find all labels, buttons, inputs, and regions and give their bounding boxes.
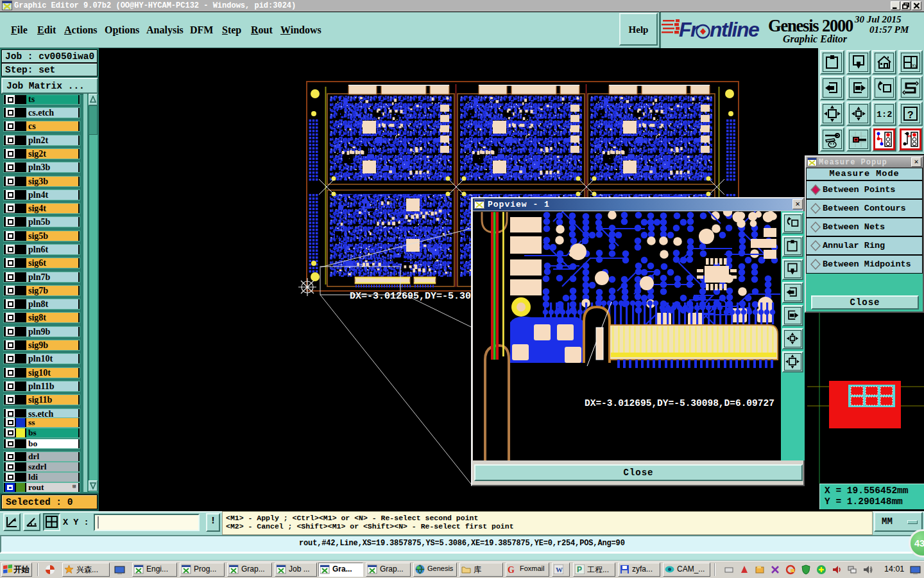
svg-text:xy: xy	[912, 63, 917, 68]
svg-text:1:2: 1:2	[877, 110, 892, 119]
svg-text:?: ?	[907, 110, 914, 121]
svg-text:P: P	[577, 565, 582, 574]
svg-text:ntline: ntline	[710, 18, 759, 41]
svg-text:W: W	[556, 566, 563, 574]
svg-text:G: G	[508, 565, 515, 574]
